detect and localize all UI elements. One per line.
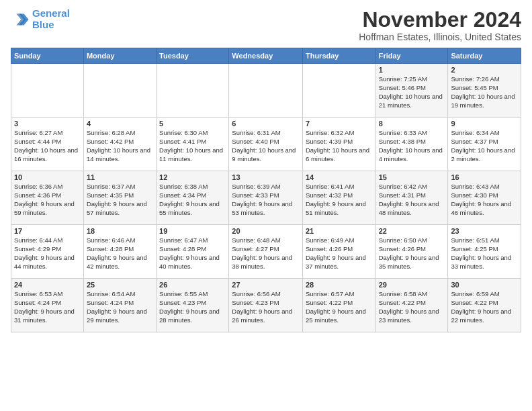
day-info-line: Daylight: 9 hours and 22 minutes.	[451, 308, 511, 324]
header-cell-sunday: Sunday	[11, 48, 84, 64]
day-info-line: Sunset: 4:23 PM	[232, 299, 279, 306]
day-cell: 6Sunrise: 6:31 AMSunset: 4:40 PMDaylight…	[229, 118, 303, 171]
day-cell: 3Sunrise: 6:27 AMSunset: 4:44 PMDaylight…	[11, 118, 84, 171]
location-title: Hoffman Estates, Illinois, United States	[359, 32, 521, 42]
day-info-line: Sunset: 4:26 PM	[306, 245, 353, 253]
day-info-line: Sunset: 4:24 PM	[87, 299, 134, 306]
day-info-line: Sunrise: 6:49 AM	[306, 236, 354, 244]
day-info: Sunrise: 6:36 AMSunset: 4:36 PMDaylight:…	[14, 183, 81, 217]
day-info-line: Daylight: 10 hours and 4 minutes.	[379, 146, 443, 163]
day-cell: 2Sunrise: 7:26 AMSunset: 5:45 PMDaylight…	[448, 64, 521, 118]
week-row-2: 10Sunrise: 6:36 AMSunset: 4:36 PMDayligh…	[11, 171, 521, 225]
day-info-line: Sunrise: 6:33 AM	[379, 129, 427, 136]
day-info: Sunrise: 6:39 AMSunset: 4:33 PMDaylight:…	[232, 183, 300, 217]
day-number: 15	[379, 173, 445, 181]
day-info: Sunrise: 6:38 AMSunset: 4:34 PMDaylight:…	[159, 183, 226, 217]
day-info: Sunrise: 6:30 AMSunset: 4:41 PMDaylight:…	[159, 129, 226, 163]
day-cell: 25Sunrise: 6:54 AMSunset: 4:24 PMDayligh…	[83, 279, 156, 332]
day-cell: 19Sunrise: 6:47 AMSunset: 4:28 PMDayligh…	[157, 225, 229, 279]
day-info-line: Sunset: 4:35 PM	[87, 191, 134, 199]
logo-line1: General	[32, 7, 70, 19]
day-cell: 8Sunrise: 6:33 AMSunset: 4:38 PMDaylight…	[375, 118, 448, 171]
day-number: 22	[379, 227, 445, 235]
week-row-1: 3Sunrise: 6:27 AMSunset: 4:44 PMDaylight…	[11, 118, 521, 171]
day-info-line: Sunset: 4:24 PM	[14, 299, 61, 306]
day-number: 25	[87, 281, 153, 289]
day-cell	[229, 64, 303, 118]
day-cell: 11Sunrise: 6:37 AMSunset: 4:35 PMDayligh…	[83, 171, 156, 225]
header: General Blue November 2024 Hoffman Estat…	[11, 8, 521, 42]
day-number: 29	[379, 281, 445, 289]
header-cell-wednesday: Wednesday	[229, 48, 303, 64]
day-info: Sunrise: 6:54 AMSunset: 4:24 PMDaylight:…	[87, 290, 153, 324]
day-info: Sunrise: 6:59 AMSunset: 4:22 PMDaylight:…	[451, 290, 518, 324]
day-info-line: Sunrise: 6:34 AM	[451, 129, 499, 136]
day-number: 28	[306, 281, 373, 289]
day-info-line: Sunrise: 6:57 AM	[306, 290, 354, 298]
day-info-line: Daylight: 10 hours and 9 minutes.	[232, 146, 296, 163]
day-info-line: Sunset: 4:38 PM	[379, 138, 426, 145]
day-info-line: Sunset: 4:30 PM	[451, 191, 498, 199]
day-cell	[302, 64, 375, 118]
day-info: Sunrise: 7:26 AMSunset: 5:45 PMDaylight:…	[451, 75, 518, 109]
day-info: Sunrise: 6:41 AMSunset: 4:32 PMDaylight:…	[306, 183, 373, 217]
day-cell: 9Sunrise: 6:34 AMSunset: 4:37 PMDaylight…	[448, 118, 521, 171]
day-info-line: Daylight: 9 hours and 40 minutes.	[159, 254, 220, 270]
day-cell: 14Sunrise: 6:41 AMSunset: 4:32 PMDayligh…	[302, 171, 375, 225]
day-cell: 12Sunrise: 6:38 AMSunset: 4:34 PMDayligh…	[157, 171, 229, 225]
day-info-line: Sunset: 4:40 PM	[232, 138, 279, 145]
day-info-line: Sunrise: 6:48 AM	[232, 236, 280, 244]
week-row-4: 24Sunrise: 6:53 AMSunset: 4:24 PMDayligh…	[11, 279, 521, 332]
header-cell-saturday: Saturday	[448, 48, 521, 64]
day-info-line: Sunset: 4:29 PM	[14, 245, 61, 253]
day-info: Sunrise: 6:48 AMSunset: 4:27 PMDaylight:…	[232, 236, 300, 271]
day-info-line: Sunrise: 6:51 AM	[451, 236, 499, 244]
day-number: 13	[232, 173, 300, 181]
day-cell: 22Sunrise: 6:50 AMSunset: 4:26 PMDayligh…	[375, 225, 448, 279]
day-info-line: Daylight: 10 hours and 19 minutes.	[451, 93, 515, 109]
day-cell: 5Sunrise: 6:30 AMSunset: 4:41 PMDaylight…	[157, 118, 229, 171]
day-number: 17	[14, 227, 81, 235]
day-info-line: Sunrise: 6:41 AM	[306, 183, 354, 190]
day-info: Sunrise: 6:51 AMSunset: 4:25 PMDaylight:…	[451, 236, 518, 271]
day-info-line: Sunset: 4:44 PM	[14, 138, 61, 145]
day-info: Sunrise: 6:55 AMSunset: 4:23 PMDaylight:…	[159, 290, 226, 324]
day-cell	[157, 64, 229, 118]
day-info: Sunrise: 6:56 AMSunset: 4:23 PMDaylight:…	[232, 290, 300, 324]
day-info: Sunrise: 6:58 AMSunset: 4:22 PMDaylight:…	[379, 290, 445, 324]
day-info-line: Daylight: 9 hours and 26 minutes.	[232, 308, 292, 324]
day-cell: 13Sunrise: 6:39 AMSunset: 4:33 PMDayligh…	[229, 171, 303, 225]
day-info-line: Sunrise: 6:27 AM	[14, 129, 62, 136]
day-info-line: Daylight: 9 hours and 28 minutes.	[159, 308, 220, 324]
calendar: SundayMondayTuesdayWednesdayThursdayFrid…	[11, 48, 521, 332]
day-cell: 26Sunrise: 6:55 AMSunset: 4:23 PMDayligh…	[157, 279, 229, 332]
calendar-body: 1Sunrise: 7:25 AMSunset: 5:46 PMDaylight…	[11, 64, 521, 332]
day-number: 7	[306, 120, 373, 128]
day-info-line: Sunset: 4:33 PM	[232, 191, 279, 199]
day-cell: 24Sunrise: 6:53 AMSunset: 4:24 PMDayligh…	[11, 279, 84, 332]
day-info-line: Sunset: 4:26 PM	[379, 245, 426, 253]
day-info-line: Sunset: 4:22 PM	[379, 299, 426, 306]
day-info-line: Sunset: 4:22 PM	[306, 299, 353, 306]
day-info-line: Daylight: 9 hours and 53 minutes.	[232, 200, 292, 216]
day-cell: 1Sunrise: 7:25 AMSunset: 5:46 PMDaylight…	[375, 64, 448, 118]
day-number: 18	[87, 227, 153, 235]
day-info-line: Daylight: 10 hours and 11 minutes.	[159, 146, 223, 163]
day-info-line: Sunset: 4:31 PM	[379, 191, 426, 199]
day-info-line: Sunset: 4:23 PM	[159, 299, 206, 306]
day-number: 21	[306, 227, 373, 235]
day-info-line: Sunset: 4:28 PM	[159, 245, 206, 253]
day-info-line: Daylight: 10 hours and 21 minutes.	[379, 93, 443, 109]
day-info-line: Sunrise: 6:54 AM	[87, 290, 135, 298]
day-info-line: Daylight: 9 hours and 37 minutes.	[306, 254, 366, 270]
day-info-line: Daylight: 9 hours and 51 minutes.	[306, 200, 366, 216]
day-number: 26	[159, 281, 226, 289]
day-info-line: Sunset: 4:39 PM	[306, 138, 353, 145]
day-number: 10	[14, 173, 81, 181]
day-cell: 15Sunrise: 6:42 AMSunset: 4:31 PMDayligh…	[375, 171, 448, 225]
day-info-line: Sunset: 5:45 PM	[451, 84, 498, 91]
day-info-line: Sunrise: 6:53 AM	[14, 290, 62, 298]
day-info-line: Sunrise: 7:26 AM	[451, 75, 499, 83]
day-cell: 10Sunrise: 6:36 AMSunset: 4:36 PMDayligh…	[11, 171, 84, 225]
day-cell: 17Sunrise: 6:44 AMSunset: 4:29 PMDayligh…	[11, 225, 84, 279]
